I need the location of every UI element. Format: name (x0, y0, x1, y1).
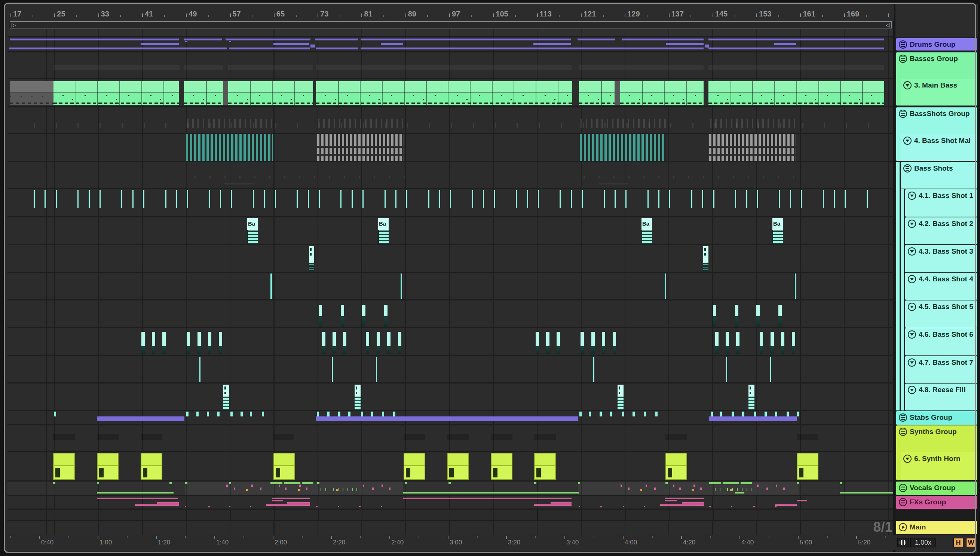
clip-segment[interactable] (185, 482, 187, 484)
synth-horn-clip[interactable] (404, 453, 425, 480)
clip-tick[interactable] (673, 176, 675, 178)
track-header-bass-shot-2[interactable]: 4.2. Bass Shot 2 (905, 217, 977, 244)
clip-segment[interactable] (315, 39, 358, 40)
lane-main-bass[interactable] (8, 79, 893, 107)
shot-bar[interactable] (591, 332, 595, 346)
clip-segment[interactable] (741, 482, 752, 484)
clip-tick[interactable] (720, 119, 722, 128)
shot-bar[interactable] (581, 332, 584, 346)
muted-clip[interactable] (10, 81, 53, 105)
midi-clip[interactable] (316, 81, 572, 105)
track-header-fxs-group[interactable]: FXs Group (896, 496, 977, 509)
clip-segment[interactable] (224, 183, 254, 184)
synth-horn-clip[interactable] (534, 453, 556, 480)
clip-tick[interactable] (348, 412, 350, 417)
clip-tick[interactable] (623, 506, 624, 508)
clip-tick[interactable] (299, 176, 300, 178)
clip-segment[interactable] (97, 434, 119, 440)
clip-tick[interactable] (317, 412, 319, 417)
clip-tick[interactable] (77, 190, 79, 208)
clip-segment[interactable] (840, 492, 893, 493)
clip-tick[interactable] (589, 412, 591, 417)
zoom-amount-field[interactable]: 1.00x (910, 538, 936, 547)
clip-tick[interactable] (213, 119, 215, 128)
clip-segment[interactable] (403, 498, 572, 499)
clip-segment[interactable] (660, 504, 704, 506)
track-header-bass-shot-3[interactable]: 4.3. Bass Shot 3 (905, 245, 977, 272)
clip-tick[interactable] (329, 176, 330, 178)
clip-segment[interactable] (665, 434, 687, 440)
clip-tick[interactable] (239, 119, 241, 128)
clip-tick[interactable] (715, 488, 715, 491)
clip-tick[interactable] (266, 119, 267, 128)
clip-tick[interactable] (229, 119, 231, 128)
clip-tick[interactable] (780, 123, 781, 128)
clip-tick[interactable] (472, 190, 473, 208)
clip-segment[interactable] (735, 492, 744, 493)
clip-segment[interactable] (534, 482, 536, 484)
clip-tick[interactable] (100, 190, 101, 208)
clip-tick[interactable] (349, 119, 351, 128)
clip-segment[interactable] (140, 43, 179, 45)
clip-segment[interactable] (228, 65, 313, 70)
clip-segment[interactable] (491, 434, 512, 440)
clip-segment[interactable] (53, 65, 179, 70)
clip-tick[interactable] (132, 190, 134, 208)
clip-tick[interactable] (665, 273, 666, 299)
shot-clip[interactable] (618, 385, 623, 410)
clip-segment[interactable] (317, 482, 320, 484)
clip-tick[interactable] (614, 176, 615, 178)
clip-tick[interactable] (625, 190, 626, 208)
lane-bass-shot-4[interactable] (8, 273, 893, 300)
clip-segment[interactable] (578, 482, 799, 495)
track-header-reese-fill[interactable]: 4.8. Reese Fill (905, 383, 977, 411)
clip-tick[interactable] (643, 176, 644, 178)
group-icon[interactable] (899, 498, 907, 506)
clip-tick[interactable] (231, 190, 232, 208)
shot-bar[interactable] (377, 332, 380, 346)
clip-segment[interactable] (622, 39, 704, 40)
fold-icon[interactable] (903, 454, 912, 463)
clip-segment[interactable] (229, 47, 310, 49)
clip-tick[interactable] (773, 119, 774, 128)
clip-tick[interactable] (776, 485, 777, 487)
clip-tick[interactable] (328, 119, 330, 128)
clip-tick[interactable] (571, 190, 572, 208)
clip-tick[interactable] (306, 488, 307, 490)
clip-tick[interactable] (622, 119, 624, 128)
clip-tick[interactable] (794, 119, 795, 128)
shot-bar[interactable] (770, 332, 774, 346)
stripe-clip-teal[interactable] (186, 134, 273, 161)
clip-tick[interactable] (428, 190, 429, 208)
clip-tick[interactable] (718, 176, 719, 178)
clip-tick[interactable] (797, 412, 799, 417)
audition-mode-button[interactable] (897, 538, 909, 547)
clip-tick[interactable] (402, 119, 403, 128)
clip-tick[interactable] (612, 119, 614, 128)
clip-tick[interactable] (239, 176, 241, 178)
clip-tick[interactable] (599, 176, 600, 178)
time-ruler[interactable]: 0:401:001:201:402:002:202:403:003:203:40… (5, 535, 977, 550)
shot-clip[interactable] (703, 246, 709, 272)
clip-tick[interactable] (731, 412, 734, 417)
group-icon[interactable] (899, 414, 907, 422)
clip-segment[interactable] (157, 502, 179, 504)
shot-bar[interactable] (141, 332, 145, 346)
clip-segment[interactable] (723, 482, 739, 484)
clip-tick[interactable] (710, 119, 712, 128)
clip-tick[interactable] (34, 123, 35, 128)
clip-tick[interactable] (371, 412, 373, 417)
shot-bar[interactable] (398, 332, 401, 346)
midi-clip[interactable] (228, 81, 313, 105)
clip-tick[interactable] (176, 190, 177, 208)
clip-tick[interactable] (846, 123, 847, 128)
clip-tick[interactable] (270, 273, 272, 299)
clip-tick[interactable] (633, 412, 635, 417)
clip-tick[interactable] (186, 412, 189, 417)
track-header-vocals-group[interactable]: Vocals Group (896, 482, 977, 495)
clip-tick[interactable] (628, 488, 630, 490)
clip-segment[interactable] (226, 39, 310, 40)
clip-segment[interactable] (184, 65, 223, 70)
clip-tick[interactable] (381, 485, 383, 487)
clip-segment[interactable] (578, 39, 615, 40)
